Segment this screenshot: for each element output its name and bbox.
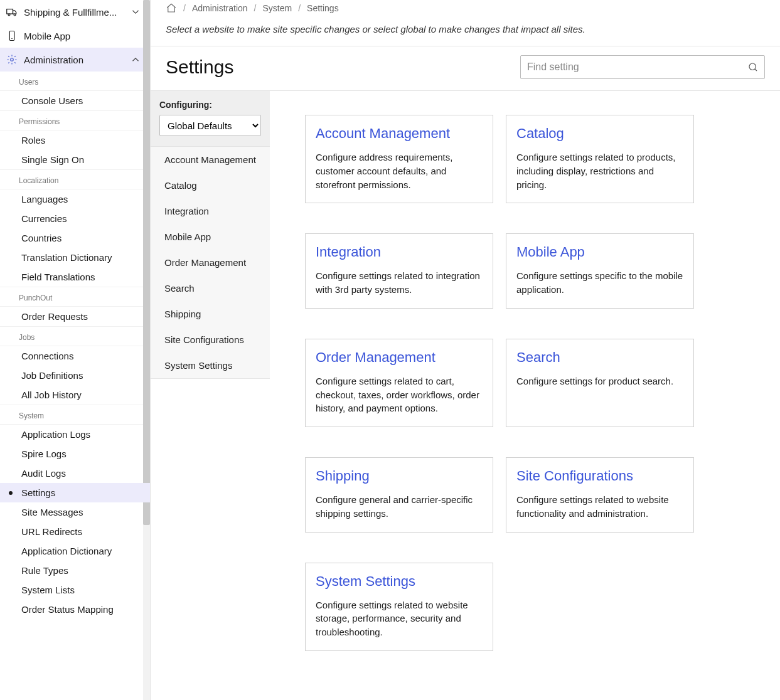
card-description: Configure settings related to cart, chec… xyxy=(316,374,483,415)
card-description: Configure address requirements, customer… xyxy=(316,151,483,191)
card-description: Configure general and carrier-specific s… xyxy=(316,493,483,521)
search-icon[interactable] xyxy=(747,61,759,73)
title-row: Settings xyxy=(151,46,780,90)
truck-icon xyxy=(6,6,18,18)
sidebar-group-header: Jobs xyxy=(0,326,150,346)
card-description: Configure settings for product search. xyxy=(516,374,683,388)
settings-card-catalog[interactable]: CatalogConfigure settings related to pro… xyxy=(506,115,694,203)
settings-card-search[interactable]: SearchConfigure settings for product sea… xyxy=(506,339,694,427)
breadcrumb-settings[interactable]: Settings xyxy=(307,3,339,13)
sidebar-subitem-languages[interactable]: Languages xyxy=(0,189,150,209)
breadcrumb-sep: / xyxy=(183,3,186,13)
card-description: Configure settings specific to the mobil… xyxy=(516,269,683,297)
card-description: Configure settings related to products, … xyxy=(516,151,683,191)
card-description: Configure settings related to website fu… xyxy=(516,493,683,521)
card-description: Configure settings related to website st… xyxy=(316,598,483,639)
sidebar-subitem-site-messages[interactable]: Site Messages xyxy=(0,502,150,522)
configuring-block: Configuring: Global Defaults xyxy=(151,91,270,147)
scope-select[interactable]: Global Defaults xyxy=(159,115,261,136)
svg-point-4 xyxy=(11,58,14,61)
svg-point-1 xyxy=(8,14,10,16)
sidebar-subitem-currencies[interactable]: Currencies xyxy=(0,209,150,228)
sidebar-subitem-countries[interactable]: Countries xyxy=(0,228,150,248)
category-nav-catalog[interactable]: Catalog xyxy=(151,172,270,198)
page-description: Select a website to make site specific c… xyxy=(151,16,780,46)
card-description: Configure settings related to integratio… xyxy=(316,269,483,297)
breadcrumb-admin[interactable]: Administration xyxy=(192,3,248,13)
settings-card-mobile-app[interactable]: Mobile AppConfigure settings specific to… xyxy=(506,233,694,309)
category-nav-integration[interactable]: Integration xyxy=(151,198,270,224)
content-row: Configuring: Global Defaults Account Man… xyxy=(151,90,780,700)
sidebar-subitem-field-translations[interactable]: Field Translations xyxy=(0,267,150,287)
settings-category-sidebar: Configuring: Global Defaults Account Man… xyxy=(151,91,270,700)
sidebar-group-header: System xyxy=(0,405,150,425)
card-title: Order Management xyxy=(316,349,483,366)
category-nav-account-management[interactable]: Account Management xyxy=(151,147,270,172)
sidebar-subitem-system-lists[interactable]: System Lists xyxy=(0,580,150,600)
svg-rect-0 xyxy=(7,9,13,14)
breadcrumb-sep: / xyxy=(254,3,257,13)
sidebar-item-label: Administration xyxy=(24,55,124,65)
configuring-label: Configuring: xyxy=(159,100,261,110)
sidebar-subitem-rule-types[interactable]: Rule Types xyxy=(0,561,150,580)
mobile-icon xyxy=(6,30,18,41)
settings-card-order-management[interactable]: Order ManagementConfigure settings relat… xyxy=(305,339,493,427)
sidebar-item-label: Shipping & Fullfillme... xyxy=(24,7,124,18)
settings-card-site-configurations[interactable]: Site ConfigurationsConfigure settings re… xyxy=(506,457,694,533)
card-title: Integration xyxy=(316,244,483,260)
card-title: Account Management xyxy=(316,125,483,142)
sidebar-subitem-settings[interactable]: Settings xyxy=(0,483,150,502)
settings-card-system-settings[interactable]: System SettingsConfigure settings relate… xyxy=(305,563,493,651)
sidebar-subitem-roles[interactable]: Roles xyxy=(0,130,150,150)
primary-sidebar: Shipping & Fullfillme...Mobile AppAdmini… xyxy=(0,0,151,700)
card-title: Site Configurations xyxy=(516,468,683,484)
sidebar-subitem-order-status-mapping[interactable]: Order Status Mapping xyxy=(0,600,150,619)
sidebar-subitem-connections[interactable]: Connections xyxy=(0,346,150,366)
search-input[interactable] xyxy=(520,55,765,79)
settings-card-account-management[interactable]: Account ManagementConfigure address requ… xyxy=(305,115,493,203)
sidebar-group-header: Users xyxy=(0,72,150,91)
sidebar-subitem-order-requests[interactable]: Order Requests xyxy=(0,307,150,326)
sidebar-item-mobile-app[interactable]: Mobile App xyxy=(0,24,150,48)
settings-card-area: Account ManagementConfigure address requ… xyxy=(270,91,780,700)
settings-card-integration[interactable]: IntegrationConfigure settings related to… xyxy=(305,233,493,309)
category-nav-shipping[interactable]: Shipping xyxy=(151,301,270,327)
sidebar-subitem-console-users[interactable]: Console Users xyxy=(0,91,150,110)
chevron-down-icon xyxy=(130,6,141,18)
card-title: Search xyxy=(516,349,683,366)
category-nav-order-management[interactable]: Order Management xyxy=(151,250,270,275)
sidebar-subitem-application-dictionary[interactable]: Application Dictionary xyxy=(0,541,150,561)
sidebar-subitem-job-definitions[interactable]: Job Definitions xyxy=(0,366,150,385)
svg-point-5 xyxy=(749,63,756,70)
main-area: / Administration / System / Settings Sel… xyxy=(151,0,780,700)
card-title: Mobile App xyxy=(516,244,683,260)
sidebar-item-administration[interactable]: Administration xyxy=(0,48,150,72)
sidebar-subitem-audit-logs[interactable]: Audit Logs xyxy=(0,464,150,483)
card-title: Shipping xyxy=(316,468,483,484)
sidebar-group-header: Localization xyxy=(0,169,150,189)
category-nav-site-configurations[interactable]: Site Configurations xyxy=(151,327,270,353)
sidebar-subitem-translation-dictionary[interactable]: Translation Dictionary xyxy=(0,248,150,267)
category-nav-search[interactable]: Search xyxy=(151,275,270,301)
sidebar-subitem-single-sign-on[interactable]: Single Sign On xyxy=(0,150,150,169)
svg-point-2 xyxy=(14,14,16,16)
breadcrumb: / Administration / System / Settings xyxy=(151,0,780,16)
category-nav-mobile-app[interactable]: Mobile App xyxy=(151,224,270,250)
chevron-up-icon xyxy=(130,54,141,65)
settings-search xyxy=(520,55,765,79)
sidebar-subitem-application-logs[interactable]: Application Logs xyxy=(0,425,150,444)
sidebar-item-label: Mobile App xyxy=(24,31,141,41)
home-icon[interactable] xyxy=(166,3,177,14)
breadcrumb-system[interactable]: System xyxy=(262,3,292,13)
sidebar-group-header: PunchOut xyxy=(0,287,150,307)
card-title: System Settings xyxy=(316,573,483,590)
category-nav-system-settings[interactable]: System Settings xyxy=(151,353,270,378)
sidebar-subitem-spire-logs[interactable]: Spire Logs xyxy=(0,444,150,464)
sidebar-subitem-url-redirects[interactable]: URL Redirects xyxy=(0,522,150,541)
breadcrumb-sep: / xyxy=(298,3,301,13)
svg-rect-3 xyxy=(9,31,14,41)
card-title: Catalog xyxy=(516,125,683,142)
sidebar-item-shipping-fullfillme-[interactable]: Shipping & Fullfillme... xyxy=(0,0,150,24)
sidebar-subitem-all-job-history[interactable]: All Job History xyxy=(0,385,150,405)
settings-card-shipping[interactable]: ShippingConfigure general and carrier-sp… xyxy=(305,457,493,533)
